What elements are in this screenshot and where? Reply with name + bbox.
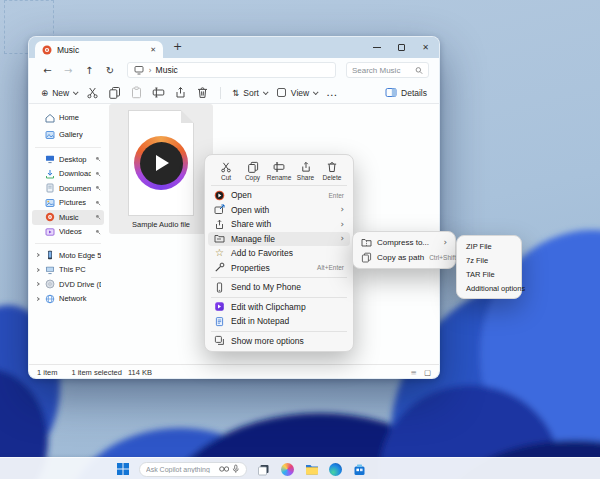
phone-icon	[45, 250, 55, 260]
close-button[interactable]: ✕	[422, 43, 429, 52]
submenu-chevron-icon: ›	[443, 238, 447, 247]
refresh-icon[interactable]: ↻	[102, 65, 119, 76]
taskbar	[0, 457, 600, 479]
tab-music[interactable]: Music ✕	[35, 41, 163, 58]
menu-item-additional-options[interactable]: Additional options	[460, 281, 518, 295]
sidebar-item-documents[interactable]: Documents	[32, 181, 104, 196]
menu-item-send-to-my-phone[interactable]: Send to My Phone	[208, 280, 350, 295]
copy-button[interactable]: Copy	[240, 161, 266, 181]
menu-item-share-with[interactable]: Share with ›	[208, 217, 350, 232]
delete-icon	[326, 161, 338, 173]
sidebar-item-phone-device[interactable]: Moto Edge 50 Neo	[32, 248, 104, 263]
expand-chevron-icon[interactable]	[35, 253, 39, 257]
properties-icon	[214, 262, 225, 273]
sidebar-item-label: This PC	[59, 265, 86, 274]
expand-chevron-icon[interactable]	[35, 282, 39, 286]
menu-item-show-more-options[interactable]: Show more options	[208, 334, 350, 349]
music-folder-icon	[42, 45, 52, 55]
view-button[interactable]: View	[276, 87, 317, 98]
forward-icon[interactable]: →	[60, 65, 77, 76]
menu-item-tar-file[interactable]: TAR File	[460, 267, 518, 281]
expand-chevron-icon[interactable]	[35, 268, 39, 272]
menu-item-copy-as-path[interactable]: Copy as path Ctrl+Shift+C	[356, 250, 452, 265]
notepad-icon	[214, 316, 225, 327]
edge-button[interactable]	[328, 462, 343, 477]
list-view-toggle-icon[interactable]: ≡	[411, 368, 417, 377]
menu-item-label: TAR File	[466, 270, 512, 279]
sidebar-item-gallery[interactable]: Gallery	[32, 126, 104, 143]
task-view-button[interactable]	[256, 462, 271, 477]
details-button[interactable]: Details	[385, 87, 427, 98]
more-options-icon[interactable]: …	[326, 86, 338, 99]
file-explorer-button[interactable]	[304, 462, 319, 477]
new-button[interactable]: ⊕ New	[41, 88, 77, 98]
sidebar-item-label: Moto Edge 50 Neo	[59, 251, 101, 260]
sort-button[interactable]: ⇅ Sort	[232, 88, 267, 98]
menu-item-manage-file[interactable]: Manage file ›	[208, 232, 350, 247]
submenu-chevron-icon: ›	[340, 234, 344, 243]
menu-item-zip-file[interactable]: ZIP File	[460, 239, 518, 253]
sidebar-item-pictures[interactable]: Pictures	[32, 196, 104, 211]
menu-item-add-to-favorites[interactable]: ☆ Add to Favorites	[208, 246, 350, 261]
sidebar-item-desktop[interactable]: Desktop	[32, 152, 104, 167]
menu-item-properties[interactable]: Properties Alt+Enter	[208, 261, 350, 276]
share-button[interactable]: Share	[293, 161, 319, 181]
paste-icon[interactable]	[130, 86, 143, 99]
breadcrumb-location[interactable]: Music	[156, 65, 178, 75]
search-box[interactable]	[346, 62, 429, 78]
breadcrumb[interactable]: › Music	[127, 62, 336, 78]
store-button[interactable]	[352, 462, 367, 477]
menu-item-label: Properties	[231, 263, 311, 273]
start-button[interactable]	[116, 462, 130, 476]
sidebar-item-this-pc[interactable]: This PC	[32, 263, 104, 278]
menu-item-open[interactable]: Open Enter	[208, 188, 350, 203]
menu-item-compress-to[interactable]: Compress to... ›	[356, 235, 452, 250]
back-icon[interactable]: ←	[39, 65, 56, 76]
file-tile-sample-audio[interactable]: Sample Audio file	[109, 104, 213, 234]
item-count: 1 item	[37, 368, 57, 377]
search-icon	[415, 66, 423, 75]
cut-button[interactable]: Cut	[213, 161, 239, 181]
delete-button[interactable]: Delete	[319, 161, 345, 181]
expand-chevron-icon[interactable]	[35, 297, 39, 301]
new-tab-button[interactable]: +	[173, 40, 182, 53]
cut-icon[interactable]	[86, 86, 99, 99]
menu-item-7z-file[interactable]: 7z File	[460, 253, 518, 267]
share-icon[interactable]	[174, 86, 187, 99]
address-bar: ← → ↑ ↻ › Music	[29, 58, 439, 82]
tab-close-icon[interactable]: ✕	[150, 46, 156, 54]
pin-icon	[95, 185, 101, 191]
sidebar-item-home[interactable]: Home	[32, 109, 104, 126]
sidebar-item-music[interactable]: Music	[32, 210, 104, 225]
delete-icon[interactable]	[196, 86, 209, 99]
thumbnail-view-toggle-icon[interactable]: ▢	[424, 368, 431, 377]
copy-icon[interactable]	[108, 86, 121, 99]
menu-item-open-with[interactable]: Open with ›	[208, 203, 350, 218]
selection-size: 114 KB	[128, 368, 152, 377]
up-icon[interactable]: ↑	[81, 65, 98, 76]
rename-icon[interactable]	[152, 86, 165, 99]
sidebar-item-videos[interactable]: Videos	[32, 225, 104, 240]
network-icon	[45, 294, 55, 304]
taskbar-search-box[interactable]	[139, 462, 247, 477]
menu-item-edit-in-notepad[interactable]: Edit in Notepad	[208, 314, 350, 329]
menu-item-edit-with-clipchamp[interactable]: Edit with Clipchamp	[208, 300, 350, 315]
sidebar-item-label: Documents	[59, 184, 91, 193]
copilot-button[interactable]	[280, 462, 295, 477]
search-input[interactable]	[352, 66, 415, 75]
sidebar-item-downloads[interactable]: Downloads	[32, 167, 104, 182]
microphone-icon[interactable]	[232, 464, 240, 474]
sidebar-item-dvd-drive[interactable]: DVD Drive (D:) CCC	[32, 277, 104, 292]
taskbar-search-input[interactable]	[146, 466, 216, 473]
sidebar-item-network[interactable]: Network	[32, 292, 104, 307]
menu-divider	[211, 297, 347, 298]
minimize-button[interactable]	[373, 47, 381, 48]
window-controls: ✕	[373, 37, 429, 58]
file-name-label: Sample Audio file	[132, 220, 190, 229]
maximize-button[interactable]	[398, 44, 405, 51]
sort-icon: ⇅	[232, 88, 239, 98]
share-label: Share	[297, 174, 314, 181]
sidebar-item-label: Downloads	[59, 169, 91, 178]
menu-item-label: Manage file	[231, 234, 334, 244]
rename-button[interactable]: Rename	[266, 161, 292, 181]
